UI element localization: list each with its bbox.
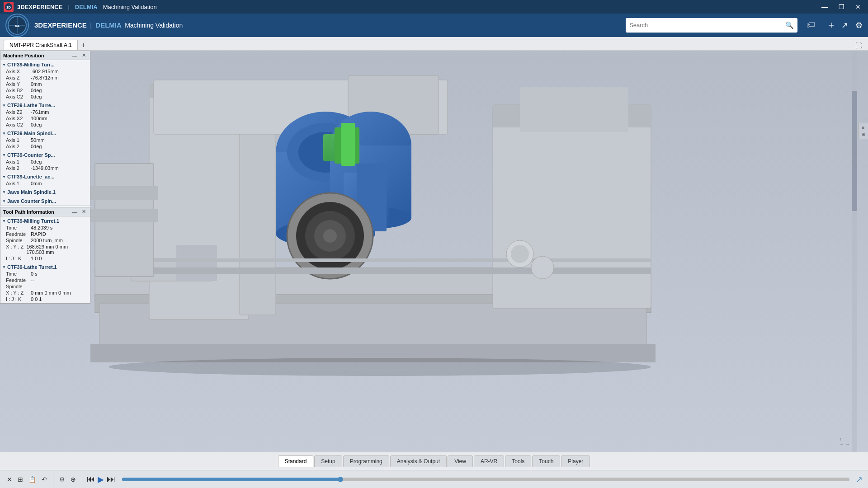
tool-info-value: -- bbox=[31, 277, 34, 283]
svg-text:3D: 3D bbox=[6, 5, 11, 9]
axis-name: Axis 1 bbox=[6, 181, 31, 186]
machine-position-minimize[interactable]: — bbox=[71, 52, 79, 58]
bottom-tab-programming[interactable]: Programming bbox=[343, 455, 389, 467]
axis-value: -761mm bbox=[31, 109, 49, 115]
axis-name: Axis B2 bbox=[6, 88, 31, 93]
tool-path-close[interactable]: ✕ bbox=[80, 209, 87, 215]
copy-tool-button[interactable]: ⊞ bbox=[16, 475, 24, 484]
app-logo: 3D bbox=[4, 2, 14, 12]
tool-info-label: Time bbox=[6, 271, 31, 277]
play-button[interactable]: ▶ bbox=[98, 474, 104, 484]
bottom-tab-analysis[interactable]: Analysis & Output bbox=[390, 455, 447, 467]
search-icon[interactable]: 🔍 bbox=[785, 21, 794, 29]
tool-path-minimize[interactable]: — bbox=[71, 209, 79, 215]
axis-row: Axis X-602.915mm bbox=[2, 68, 88, 75]
bottom-tab-player[interactable]: Player bbox=[561, 455, 590, 467]
axis-row: Axis 2-1349.03mm bbox=[2, 165, 88, 171]
right-edge-panel: ≡ ⊕ bbox=[858, 123, 868, 139]
3d-viewport[interactable]: ↑ ← → ≡ ⊕ bbox=[0, 51, 868, 452]
axis-row: Axis C20deg bbox=[2, 94, 88, 100]
skip-forward-button[interactable]: ⏭ bbox=[107, 474, 116, 484]
tool-path-section: CTF39-Milling Turret.1Time48.2039 sFeedr… bbox=[0, 216, 90, 263]
tool-info-value: 0 mm 0 mm 0 mm bbox=[31, 290, 71, 296]
axis-value: 0deg bbox=[31, 144, 42, 149]
machine-section-title-jaws_main[interactable]: Jaws Main Spindle.1 bbox=[2, 188, 88, 196]
compass-widget[interactable]: XA bbox=[5, 14, 29, 37]
machine-position-header: Machine Position — ✕ bbox=[0, 51, 90, 60]
product-display: DELMIA bbox=[95, 21, 122, 29]
main-tab[interactable]: NMT-PPR CrankShaft A.1 bbox=[4, 40, 78, 50]
svg-text:XA: XA bbox=[14, 24, 19, 28]
skip-back-button[interactable]: ⏮ bbox=[87, 474, 95, 484]
tool-path-section-title[interactable]: CTF39-Milling Turret.1 bbox=[2, 217, 88, 225]
machine-section-title-lunette[interactable]: CTF39-Lunette_ac... bbox=[2, 173, 88, 180]
end-simulation-button[interactable]: ↗ bbox=[856, 474, 863, 484]
bottom-tab-setup[interactable]: Setup bbox=[314, 455, 342, 467]
machine-section-title-lathe[interactable]: CTF39-Lathe Turre... bbox=[2, 102, 88, 109]
settings-button[interactable]: ⚙ bbox=[855, 20, 863, 30]
progress-handle[interactable] bbox=[338, 477, 343, 482]
add-tab-button[interactable]: + bbox=[79, 40, 88, 50]
add-button[interactable]: + bbox=[828, 19, 834, 31]
search-box: 🔍 bbox=[626, 18, 797, 33]
undo-button[interactable]: ↶ bbox=[40, 475, 48, 484]
tool-info-label: Feedrate bbox=[6, 231, 31, 237]
progress-bar[interactable] bbox=[122, 478, 849, 481]
tool-6[interactable]: ⊕ bbox=[69, 475, 77, 484]
machine-section-lathe: CTF39-Lathe Turre...Axis Z2-761mmAxis X2… bbox=[0, 101, 90, 129]
axis-row: Axis Z-76.8712mm bbox=[2, 75, 88, 81]
playback-bar: ✕ ⊞ 📋 ↶ ⚙ ⊕ ⏮ ▶ ⏭ ↗ bbox=[0, 470, 868, 488]
bottom-tab-ar_vr[interactable]: AR-VR bbox=[474, 455, 504, 467]
progress-fill bbox=[122, 478, 340, 481]
tool-info-row: X : Y : Z168.629 mm 0 mm 170.503 mm bbox=[2, 244, 88, 255]
machine-section-title-main_spindle[interactable]: CTF39-Main Spindl... bbox=[2, 130, 88, 137]
tag-icon[interactable]: 🏷 bbox=[807, 20, 816, 30]
brand-name: 3DEXPERIENCE bbox=[34, 21, 87, 29]
axis-value: 0deg bbox=[31, 88, 42, 93]
tool-info-value: 48.2039 s bbox=[31, 225, 52, 230]
title-bar: 3D 3DEXPERIENCE | DELMIA Machining Valid… bbox=[0, 0, 868, 14]
axis-value: 0deg bbox=[31, 94, 42, 99]
axis-row: Axis B20deg bbox=[2, 87, 88, 94]
machine-section-milling: CTF39-Milling Turr...Axis X-602.915mmAxi… bbox=[0, 60, 90, 101]
app-title: 3DEXPERIENCE bbox=[17, 4, 62, 10]
close-button[interactable]: ✕ bbox=[852, 2, 864, 11]
search-input[interactable] bbox=[629, 22, 785, 28]
restore-button[interactable]: ❐ bbox=[835, 2, 848, 11]
bottom-tab-standard[interactable]: Standard bbox=[278, 455, 314, 467]
machine-section-jaws_counter: Jaws Counter Spin... bbox=[0, 197, 90, 206]
bottom-tab-view[interactable]: View bbox=[448, 455, 473, 467]
viewport-scrollbar[interactable] bbox=[852, 51, 857, 452]
tool-info-label: I : J : K bbox=[6, 256, 31, 261]
axis-value: -76.8712mm bbox=[31, 75, 59, 80]
paste-tool-button[interactable]: 📋 bbox=[27, 475, 38, 484]
machine-section-title-counter_sp[interactable]: CTF39-Counter Sp... bbox=[2, 151, 88, 159]
tool-5[interactable]: ⚙ bbox=[58, 475, 66, 484]
machine-section-title-jaws_counter[interactable]: Jaws Counter Spin... bbox=[2, 197, 88, 205]
edge-button-1[interactable]: ≡ bbox=[862, 125, 865, 130]
module-display: Machining Validation bbox=[125, 22, 183, 29]
select-tool-button[interactable]: ✕ bbox=[5, 475, 14, 484]
tool-info-row: I : J : K1 0 0 bbox=[2, 255, 88, 262]
tool-path-panel-buttons: — ✕ bbox=[71, 209, 87, 215]
axis-name: Axis 2 bbox=[6, 165, 31, 171]
axis-name: Axis Z2 bbox=[6, 109, 31, 115]
axis-row: Axis X2100mm bbox=[2, 115, 88, 122]
machine-position-close[interactable]: ✕ bbox=[80, 52, 87, 58]
toolbar-actions: + ↗ ⚙ bbox=[828, 19, 863, 31]
title-separator: | bbox=[68, 4, 69, 10]
share-button[interactable]: ↗ bbox=[841, 20, 848, 30]
minimize-button[interactable]: — bbox=[818, 2, 831, 11]
tool-path-section-title[interactable]: CTF39-Lathe Turret.1 bbox=[2, 263, 88, 271]
tool-info-label: Spindle bbox=[6, 238, 31, 243]
tool-info-row: Spindle bbox=[2, 283, 88, 290]
tool-info-label: Time bbox=[6, 225, 31, 230]
fullscreen-button[interactable]: ⛶ bbox=[853, 41, 864, 50]
bottom-tab-touch[interactable]: Touch bbox=[532, 455, 560, 467]
edge-button-2[interactable]: ⊕ bbox=[862, 132, 865, 137]
bottom-tab-tools[interactable]: Tools bbox=[505, 455, 531, 467]
axis-name: Axis Y bbox=[6, 81, 31, 87]
machine-section-title-milling[interactable]: CTF39-Milling Turr... bbox=[2, 61, 88, 68]
axis-row: Axis Y0mm bbox=[2, 81, 88, 87]
tool-info-value: 0 0 1 bbox=[31, 296, 42, 302]
